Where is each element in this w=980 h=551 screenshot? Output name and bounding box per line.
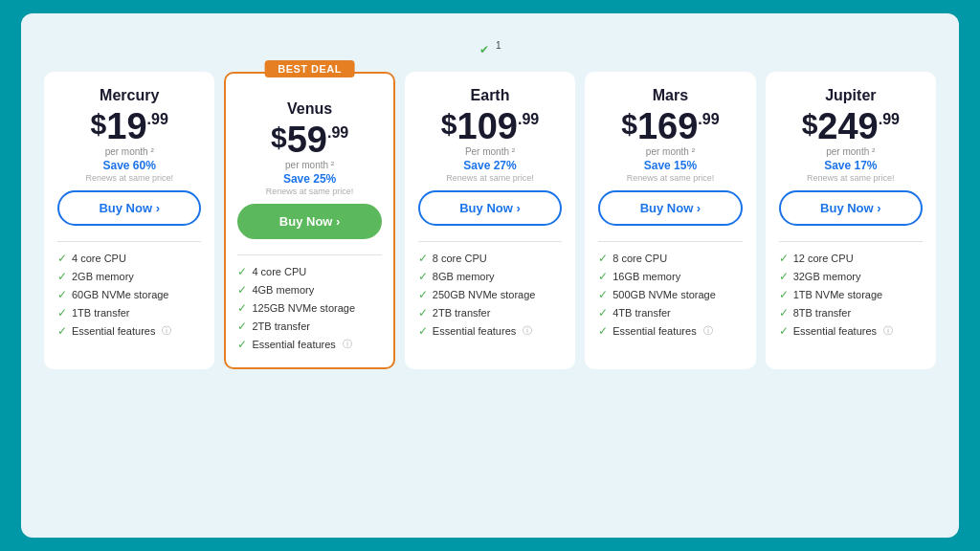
check-icon: ✓ xyxy=(57,306,67,320)
check-icon: ✓ xyxy=(779,288,789,301)
price-cents-mars: .99 xyxy=(698,112,719,127)
save-venus: Save 25% xyxy=(283,172,336,186)
feature-item: ✓ 8GB memory xyxy=(418,270,562,283)
check-icon: ✓ xyxy=(57,288,67,301)
feature-item: ✓ 8 core CPU xyxy=(418,252,562,265)
main-container: ✔ 1 Mercury $ 19 .99 per month ²Save 60%… xyxy=(21,13,959,538)
buy-btn-mercury[interactable]: Buy Now › xyxy=(57,190,201,226)
feature-item: ✓ Essential features ⓘ xyxy=(598,324,742,338)
buy-btn-mars[interactable]: Buy Now › xyxy=(598,190,742,226)
divider-mars xyxy=(598,241,742,242)
feature-item: ✓ Essential features ⓘ xyxy=(779,324,923,338)
feature-text: 32GB memory xyxy=(793,271,861,282)
shield-icon: ✔ xyxy=(479,43,489,56)
feature-text: 8TB transfer xyxy=(793,307,852,319)
feature-item: ✓ 125GB NVMe storage xyxy=(237,301,381,315)
price-cents-mercury: .99 xyxy=(147,112,168,127)
feature-item: ✓ 1TB transfer xyxy=(57,306,201,320)
feature-item: ✓ 500GB NVMe storage xyxy=(598,288,742,301)
feature-item: ✓ Essential features ⓘ xyxy=(418,324,562,338)
check-icon: ✓ xyxy=(237,320,247,333)
divider-jupiter xyxy=(779,241,923,242)
feature-item: ✓ 4TB transfer xyxy=(598,306,742,320)
plan-price-earth: $ 109 .99 xyxy=(441,108,539,144)
renews-jupiter: Renews at same price! xyxy=(807,173,895,183)
info-icon[interactable]: ⓘ xyxy=(162,324,171,338)
check-icon: ✓ xyxy=(418,306,428,320)
plan-name-venus: Venus xyxy=(287,100,332,118)
per-month-mercury: per month ² xyxy=(105,146,154,157)
buy-btn-venus[interactable]: Buy Now › xyxy=(237,204,381,239)
check-icon: ✓ xyxy=(598,288,608,301)
check-icon: ✓ xyxy=(418,252,428,265)
check-icon: ✓ xyxy=(779,324,789,338)
info-icon[interactable]: ⓘ xyxy=(883,324,893,338)
per-month-venus: per month ² xyxy=(285,160,334,170)
price-dollar-earth: $ xyxy=(441,110,457,139)
feature-text: 8 core CPU xyxy=(612,253,667,264)
price-main-jupiter: 249 xyxy=(817,108,878,144)
feature-text: 16GB memory xyxy=(612,271,680,282)
buy-btn-jupiter[interactable]: Buy Now › xyxy=(779,190,923,226)
plan-name-jupiter: Jupiter xyxy=(825,87,876,104)
info-icon[interactable]: ⓘ xyxy=(343,338,352,351)
save-jupiter: Save 17% xyxy=(824,159,877,172)
save-mercury: Save 60% xyxy=(103,159,156,172)
feature-text: 4GB memory xyxy=(252,284,314,296)
feature-item: ✓ 12 core CPU xyxy=(779,252,923,265)
feature-item: ✓ 2TB transfer xyxy=(237,320,381,333)
plan-price-mars: $ 169 .99 xyxy=(621,108,719,144)
plan-price-jupiter: $ 249 .99 xyxy=(802,108,900,144)
plan-card-earth: Earth $ 109 .99 Per month ²Save 27%Renew… xyxy=(405,72,575,369)
info-icon[interactable]: ⓘ xyxy=(703,324,713,338)
check-icon: ✓ xyxy=(237,265,247,278)
features-list-mars: ✓ 8 core CPU ✓ 16GB memory ✓ 500GB NVMe … xyxy=(598,252,742,342)
feature-text: Essential features xyxy=(612,325,696,337)
per-month-jupiter: per month ² xyxy=(826,146,875,157)
feature-text: 2TB transfer xyxy=(252,320,310,332)
plan-card-mercury: Mercury $ 19 .99 per month ²Save 60%Rene… xyxy=(44,72,214,369)
price-main-mars: 169 xyxy=(637,108,698,144)
price-cents-jupiter: .99 xyxy=(879,112,900,127)
feature-text: 4 core CPU xyxy=(252,266,306,277)
price-dollar-mercury: $ xyxy=(91,110,107,139)
feature-text: Essential features xyxy=(72,325,155,337)
feature-item: ✓ Essential features ⓘ xyxy=(57,324,201,338)
check-icon: ✓ xyxy=(418,324,428,338)
plan-price-mercury: $ 19 .99 xyxy=(91,108,168,144)
price-main-mercury: 19 xyxy=(106,108,146,144)
info-icon[interactable]: ⓘ xyxy=(523,324,532,338)
check-icon: ✓ xyxy=(237,283,247,297)
plans-row: Mercury $ 19 .99 per month ²Save 60%Rene… xyxy=(44,72,936,369)
check-icon: ✓ xyxy=(237,301,247,315)
buy-btn-earth[interactable]: Buy Now › xyxy=(418,190,562,226)
check-icon: ✓ xyxy=(57,252,67,265)
renews-earth: Renews at same price! xyxy=(446,173,534,183)
feature-item: ✓ 16GB memory xyxy=(598,270,742,283)
feature-text: 2GB memory xyxy=(72,271,134,282)
plan-price-venus: $ 59 .99 xyxy=(271,121,348,158)
check-icon: ✓ xyxy=(57,324,67,338)
per-month-earth: Per month ² xyxy=(465,146,515,157)
check-icon: ✓ xyxy=(598,270,608,283)
feature-text: Essential features xyxy=(433,325,516,337)
price-dollar-jupiter: $ xyxy=(802,110,818,139)
plan-name-mercury: Mercury xyxy=(100,87,159,104)
check-icon: ✓ xyxy=(418,288,428,301)
feature-text: 125GB NVMe storage xyxy=(252,302,355,314)
plan-name-mars: Mars xyxy=(653,87,688,104)
price-dollar-mars: $ xyxy=(621,110,637,139)
feature-item: ✓ 4 core CPU xyxy=(237,265,381,278)
plan-card-mars: Mars $ 169 .99 per month ²Save 15%Renews… xyxy=(585,72,755,369)
feature-text: 4 core CPU xyxy=(72,253,126,264)
features-list-earth: ✓ 8 core CPU ✓ 8GB memory ✓ 250GB NVMe s… xyxy=(418,252,562,342)
guarantee-bar: ✔ 1 xyxy=(479,40,501,56)
feature-text: 8 core CPU xyxy=(433,253,487,264)
feature-item: ✓ 2GB memory xyxy=(57,270,201,283)
plan-card-venus: BEST DEALVenus $ 59 .99 per month ²Save … xyxy=(224,72,394,369)
feature-text: 8GB memory xyxy=(433,271,495,282)
price-main-earth: 109 xyxy=(457,108,518,144)
plan-name-earth: Earth xyxy=(471,87,510,104)
divider-mercury xyxy=(57,241,201,242)
check-icon: ✓ xyxy=(779,306,789,320)
